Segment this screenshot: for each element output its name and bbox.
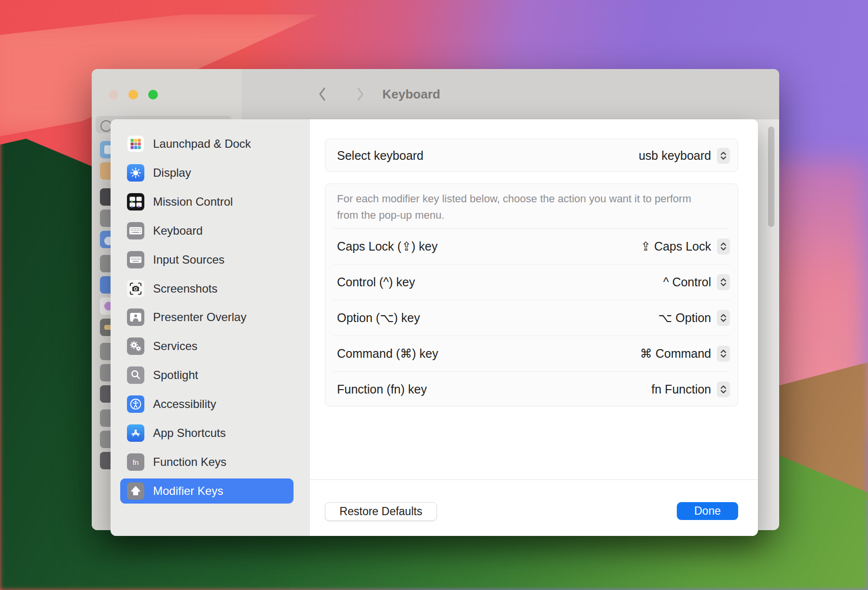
- fn-glyph: fn: [133, 458, 139, 466]
- sidebar-item-label: Screenshots: [153, 282, 217, 295]
- sidebar-item-label: Input Sources: [153, 253, 224, 267]
- sidebar-item-screenshots[interactable]: Screenshots: [120, 276, 294, 301]
- modifier-keys-sheet: Launchpad & Dock Display: [111, 119, 758, 536]
- sheet-main-pane: Select keyboard usb keyboard For each mo…: [310, 119, 758, 536]
- command-popup-button[interactable]: [717, 346, 730, 362]
- modifier-keys-icon: [127, 482, 144, 500]
- function-row: Function (fn) key fn Function: [325, 371, 738, 407]
- sidebar-item-services[interactable]: Services: [120, 334, 294, 359]
- sidebar-item-label: Accessibility: [153, 397, 216, 411]
- command-label: Command (⌘) key: [337, 347, 438, 361]
- sidebar-item-label: Function Keys: [153, 455, 226, 469]
- sidebar-item-label: Services: [153, 339, 197, 353]
- control-popup-button[interactable]: [717, 274, 730, 290]
- sidebar-item-function-keys[interactable]: fn Function Keys: [120, 450, 294, 475]
- option-label: Option (⌥) key: [337, 311, 420, 325]
- modifier-keys-description: For each modifier key listed below, choo…: [337, 191, 692, 224]
- select-keyboard-card: Select keyboard usb keyboard: [325, 139, 738, 172]
- mission-control-icon: [127, 193, 144, 211]
- up-down-chevrons-icon: [720, 242, 727, 251]
- up-down-chevrons-icon: [720, 349, 727, 358]
- back-chevron-icon[interactable]: [316, 86, 329, 102]
- sidebar-item-presenter-overlay[interactable]: Presenter Overlay: [120, 305, 294, 330]
- control-row: Control (^) key ^ Control: [325, 264, 738, 300]
- sidebar-item-accessibility[interactable]: Accessibility: [120, 392, 294, 417]
- sheet-sidebar: Launchpad & Dock Display: [111, 119, 310, 536]
- forward-chevron-icon[interactable]: [354, 86, 366, 102]
- control-value: ^ Control: [663, 275, 711, 289]
- option-row: Option (⌥) key ⌥ Option: [325, 300, 738, 336]
- function-keys-icon: fn: [127, 453, 144, 471]
- services-icon: [127, 337, 144, 355]
- launchpad-icon: [127, 135, 144, 153]
- sidebar-item-display[interactable]: Display: [120, 160, 294, 185]
- restore-defaults-button[interactable]: Restore Defaults: [325, 502, 437, 521]
- sidebar-item-label: Launchpad & Dock: [153, 137, 251, 151]
- sidebar-item-input-sources[interactable]: Input Sources: [120, 247, 294, 272]
- accessibility-icon: [127, 395, 144, 413]
- sidebar-item-label: Presenter Overlay: [153, 310, 246, 324]
- presenter-overlay-icon: [127, 309, 144, 326]
- select-keyboard-value: usb keyboard: [639, 149, 711, 163]
- sidebar-item-label: Spotlight: [153, 368, 198, 382]
- footer-divider: [310, 479, 758, 480]
- function-value: fn Function: [651, 382, 711, 396]
- caps-lock-popup-button[interactable]: [717, 239, 730, 254]
- caps-lock-label: Caps Lock (⇪) key: [337, 239, 438, 253]
- done-button[interactable]: Done: [677, 502, 738, 520]
- sidebar-item-label: Modifier Keys: [153, 484, 223, 498]
- spotlight-icon: [127, 366, 144, 384]
- close-window-button[interactable]: [109, 90, 118, 99]
- display-icon: [127, 164, 144, 182]
- control-label: Control (^) key: [337, 275, 415, 289]
- zoom-window-button[interactable]: [148, 90, 158, 99]
- sidebar-item-launchpad-dock[interactable]: Launchpad & Dock: [120, 131, 294, 156]
- sidebar-item-label: Keyboard: [153, 224, 203, 238]
- app-shortcuts-icon: [127, 424, 144, 442]
- up-down-chevrons-icon: [720, 385, 727, 394]
- window-title: Keyboard: [382, 86, 440, 102]
- caps-lock-value: ⇪ Caps Lock: [641, 239, 711, 253]
- select-keyboard-popup-button[interactable]: [717, 148, 730, 164]
- screenshots-icon: [127, 280, 144, 297]
- minimize-window-button[interactable]: [128, 90, 138, 99]
- sidebar-item-app-shortcuts[interactable]: App Shortcuts: [120, 421, 294, 446]
- command-row: Command (⌘) key ⌘ Command: [325, 336, 738, 371]
- sidebar-item-label: Display: [153, 166, 191, 180]
- function-label: Function (fn) key: [337, 382, 427, 396]
- sidebar-item-label: App Shortcuts: [153, 426, 226, 440]
- keyboard-icon: [127, 222, 144, 239]
- sidebar-item-spotlight[interactable]: Spotlight: [120, 363, 294, 388]
- sidebar-item-modifier-keys[interactable]: Modifier Keys: [120, 478, 294, 504]
- done-label: Done: [694, 505, 721, 518]
- restore-defaults-label: Restore Defaults: [339, 505, 422, 518]
- up-down-chevrons-icon: [720, 278, 727, 287]
- sidebar-item-keyboard[interactable]: Keyboard: [120, 218, 294, 243]
- sidebar-item-label: Mission Control: [153, 195, 233, 209]
- option-popup-button[interactable]: [717, 310, 730, 326]
- function-popup-button[interactable]: [717, 381, 730, 397]
- command-value: ⌘ Command: [640, 347, 711, 361]
- select-keyboard-label: Select keyboard: [337, 149, 423, 163]
- up-down-chevrons-icon: [720, 313, 727, 323]
- up-down-chevrons-icon: [720, 151, 727, 160]
- window-scrollbar[interactable]: [768, 126, 774, 227]
- modifier-keys-card: For each modifier key listed below, choo…: [325, 183, 738, 407]
- input-sources-icon: [127, 251, 144, 268]
- option-value: ⌥ Option: [658, 311, 711, 325]
- sidebar-item-mission-control[interactable]: Mission Control: [120, 189, 294, 214]
- caps-lock-row: Caps Lock (⇪) key ⇪ Caps Lock: [325, 228, 738, 264]
